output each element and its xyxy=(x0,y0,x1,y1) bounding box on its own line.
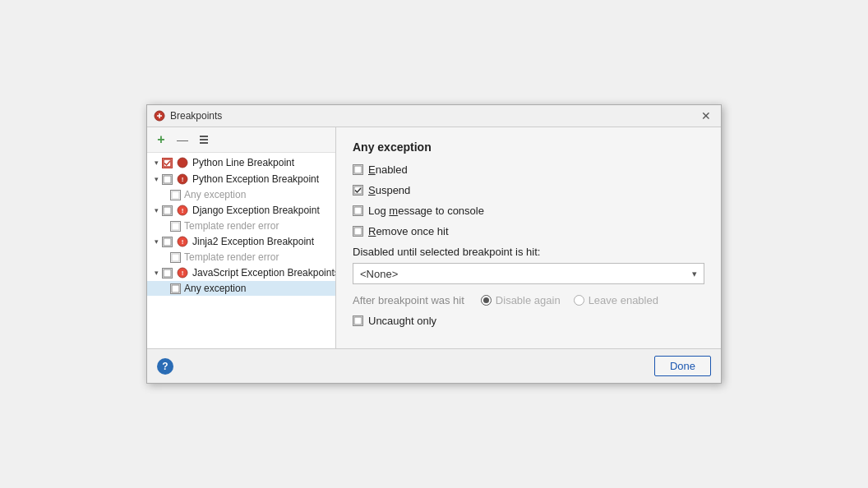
tree-checkbox-python-line[interactable] xyxy=(162,158,173,168)
svg-rect-19 xyxy=(172,254,179,261)
tree-label-python-exc: Python Exception Breakpoint xyxy=(192,173,319,185)
add-breakpoint-button[interactable]: + xyxy=(152,131,170,149)
tree-item-any-exc-1[interactable]: Any exception xyxy=(147,187,335,202)
suspend-checkbox[interactable] xyxy=(353,185,363,196)
dropdown-row: <None> ▾ xyxy=(353,263,704,284)
svg-point-7 xyxy=(178,158,187,168)
tree-checkbox-js-exc[interactable] xyxy=(162,268,173,279)
after-label: After breakpoint was hit xyxy=(353,294,464,306)
uncaught-only-label: Uncaught only xyxy=(368,315,436,327)
log-message-checkbox[interactable] xyxy=(353,205,363,216)
svg-rect-4 xyxy=(200,139,208,140)
svg-text:!: ! xyxy=(182,207,184,214)
tree-label-js-exc: JavaScript Exception Breakpoints xyxy=(192,267,335,279)
uncaught-only-row: Uncaught only xyxy=(353,315,704,327)
dialog-footer: ? Done xyxy=(147,348,721,383)
tree-item-python-exc[interactable]: ▾ ! Python Exception Breakpoint xyxy=(147,171,335,187)
tree-label-template-err-2: Template render error xyxy=(184,251,279,263)
window-icon xyxy=(154,110,165,122)
svg-rect-20 xyxy=(164,269,171,277)
log-message-option-row: Log message to console xyxy=(353,205,704,217)
tree-item-python-line[interactable]: ▾ Python Line Breakpoint xyxy=(147,154,335,171)
disabled-until-dropdown[interactable]: <None> ▾ xyxy=(353,263,704,284)
tree-item-jinja-exc[interactable]: ▾ ! Jinja2 Exception Breakpoint xyxy=(147,233,335,250)
right-panel: Any exception Enabled Suspen xyxy=(336,127,721,348)
close-button[interactable]: ✕ xyxy=(698,109,714,122)
disabled-until-label: Disabled until selected breakpoint is hi… xyxy=(353,246,704,258)
svg-rect-16 xyxy=(164,238,171,246)
breakpoints-dialog: Breakpoints ✕ + — ▾ xyxy=(146,104,722,384)
svg-text:!: ! xyxy=(182,269,184,277)
tree-item-template-err-1[interactable]: Template render error xyxy=(147,219,335,233)
radio-leave-enabled-label: Leave enabled xyxy=(589,294,658,306)
uncaught-only-checkbox[interactable] xyxy=(353,315,363,326)
tree-checkbox-any-exc-2[interactable] xyxy=(170,283,181,294)
jinja-exc-icon: ! xyxy=(176,235,189,248)
radio-disable-again-label: Disable again xyxy=(496,294,561,306)
chevron-icon: ▾ xyxy=(150,267,162,279)
dialog-body: + — ▾ xyxy=(147,127,721,348)
tree-checkbox-jinja-exc[interactable] xyxy=(162,237,173,247)
enabled-checkbox[interactable] xyxy=(353,164,363,175)
svg-rect-8 xyxy=(164,176,171,183)
tree-item-js-exc[interactable]: ▾ ! JavaScript Exception Breakpoints xyxy=(147,265,335,281)
breakpoints-tree: ▾ Python Line Breakpoint xyxy=(147,153,335,348)
dropdown-arrow-icon: ▾ xyxy=(692,269,697,279)
svg-text:!: ! xyxy=(182,238,184,246)
svg-rect-12 xyxy=(164,207,171,214)
tree-label-python-line: Python Line Breakpoint xyxy=(192,157,294,168)
dropdown-value: <None> xyxy=(360,268,398,280)
js-exc-icon: ! xyxy=(176,266,189,279)
tree-checkbox-django-exc[interactable] xyxy=(162,205,173,216)
svg-rect-11 xyxy=(172,191,179,199)
tree-label-jinja-exc: Jinja2 Exception Breakpoint xyxy=(192,236,314,247)
svg-rect-23 xyxy=(172,285,179,292)
chevron-icon: ▾ xyxy=(150,205,162,216)
suspend-option-row: Suspend xyxy=(353,184,704,196)
django-exc-icon: ! xyxy=(176,204,189,217)
remove-once-label: Remove once hit xyxy=(368,225,449,237)
enabled-option-row: Enabled xyxy=(353,163,704,176)
settings-button[interactable] xyxy=(195,131,213,149)
tree-item-template-err-2[interactable]: Template render error xyxy=(147,250,335,265)
tree-item-django-exc[interactable]: ▾ ! Django Exception Breakpoint xyxy=(147,202,335,219)
svg-rect-3 xyxy=(200,136,208,137)
help-button[interactable]: ? xyxy=(157,358,173,375)
log-message-label: Log message to console xyxy=(368,205,484,217)
chevron-icon: ▾ xyxy=(150,173,162,185)
tree-checkbox-python-exc[interactable] xyxy=(162,174,173,185)
tree-checkbox-any-exc-1[interactable] xyxy=(170,190,181,200)
python-line-icon xyxy=(176,156,189,169)
svg-rect-28 xyxy=(354,317,362,325)
tree-item-any-exc-2[interactable]: Any exception xyxy=(147,281,335,296)
enabled-label: Enabled xyxy=(368,163,408,176)
left-panel: + — ▾ xyxy=(147,127,336,348)
tree-checkbox-template-err-2[interactable] xyxy=(170,252,181,263)
title-bar: Breakpoints ✕ xyxy=(147,105,721,127)
chevron-icon: ▾ xyxy=(150,157,162,168)
tree-checkbox-template-err-1[interactable] xyxy=(170,221,181,232)
radio-disable-again-icon xyxy=(481,295,492,306)
remove-once-checkbox[interactable] xyxy=(353,226,363,237)
radio-leave-enabled-icon xyxy=(574,295,584,306)
svg-rect-5 xyxy=(200,142,208,144)
tree-label-template-err-1: Template render error xyxy=(184,220,279,232)
svg-text:!: ! xyxy=(182,176,184,183)
radio-leave-enabled[interactable]: Leave enabled xyxy=(574,294,658,306)
tree-label-any-exc-2: Any exception xyxy=(184,283,246,294)
tree-label-django-exc: Django Exception Breakpoint xyxy=(192,205,320,216)
title-bar-left: Breakpoints xyxy=(154,110,222,122)
svg-rect-27 xyxy=(354,228,362,235)
tree-label-any-exc-1: Any exception xyxy=(184,189,246,200)
tree-toolbar: + — xyxy=(147,127,335,153)
done-button[interactable]: Done xyxy=(654,356,711,376)
window-title: Breakpoints xyxy=(170,110,222,122)
remove-once-option-row: Remove once hit xyxy=(353,225,704,237)
after-breakpoint-row: After breakpoint was hit Disable again L… xyxy=(353,294,704,306)
remove-breakpoint-button[interactable]: — xyxy=(173,131,192,149)
detail-title: Any exception xyxy=(353,140,704,154)
chevron-icon: ▾ xyxy=(150,236,162,247)
suspend-label: Suspend xyxy=(368,184,410,196)
svg-rect-15 xyxy=(172,223,179,230)
radio-disable-again[interactable]: Disable again xyxy=(481,294,561,306)
